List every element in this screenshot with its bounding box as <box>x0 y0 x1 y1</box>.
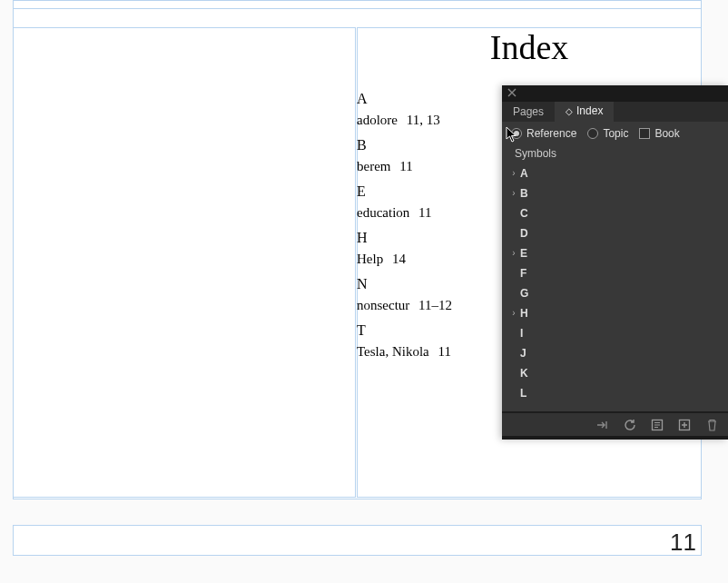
letter-label: L <box>520 387 526 400</box>
page-number: 11 <box>670 529 696 557</box>
index-section-letter: H <box>357 230 502 246</box>
mode-row: Reference Topic Book <box>502 122 728 143</box>
index-entry-pages: 11 <box>399 159 412 173</box>
letter-row-a[interactable]: ›A <box>502 163 728 183</box>
letter-label: E <box>520 247 527 260</box>
goto-icon[interactable] <box>595 418 610 432</box>
index-entry-term: adolore <box>357 113 398 127</box>
index-section-letter: A <box>357 91 502 107</box>
index-entry-pages: 14 <box>392 252 406 266</box>
new-entry-icon[interactable] <box>677 418 692 432</box>
index-entry: education 11 <box>357 205 502 221</box>
letter-label: G <box>520 287 528 300</box>
index-panel[interactable]: Pages ◇Index Reference Topic Book Symbol… <box>502 85 728 440</box>
letter-label: C <box>520 207 528 220</box>
index-entry-pages: 11–12 <box>418 298 452 312</box>
index-body: Aadolore 11, 13Bberem 11Eeducation 11HHe… <box>357 91 502 360</box>
symbols-label: Symbols <box>502 143 728 162</box>
index-entry: nonsectur 11–12 <box>357 298 502 313</box>
bottom-bar <box>13 525 702 556</box>
letter-row-g[interactable]: G <box>502 283 728 303</box>
index-entry-pages: 11 <box>438 344 451 359</box>
index-entry-term: Help <box>357 252 383 266</box>
radio-topic-label: Topic <box>603 127 628 140</box>
letter-row-i[interactable]: I <box>502 323 728 343</box>
letter-row-h[interactable]: ›H <box>502 303 728 323</box>
letter-label: K <box>520 367 528 380</box>
index-section-letter: N <box>357 276 502 292</box>
generate-index-icon[interactable] <box>650 418 664 432</box>
panel-tabs: Pages ◇Index <box>502 102 728 122</box>
index-section-letter: E <box>357 183 502 200</box>
chevron-right-icon: › <box>509 308 518 318</box>
letter-row-c[interactable]: C <box>502 203 728 223</box>
radio-topic[interactable]: Topic <box>587 127 628 140</box>
letter-label: B <box>520 187 528 200</box>
index-section-letter: B <box>357 137 502 153</box>
index-entry-term: nonsectur <box>357 298 409 312</box>
index-entry: adolore 11, 13 <box>357 113 502 128</box>
panel-titlebar[interactable] <box>502 85 728 102</box>
panel-footer <box>502 412 728 436</box>
tab-pages[interactable]: Pages <box>502 102 555 122</box>
index-section-letter: T <box>357 322 502 339</box>
index-entry-term: education <box>357 205 409 220</box>
index-entry-pages: 11 <box>418 205 431 220</box>
letter-label: F <box>520 267 526 280</box>
checkbox-book-label: Book <box>654 127 679 140</box>
diamond-icon: ◇ <box>566 106 573 116</box>
radio-dot-icon <box>511 128 522 139</box>
letter-row-b[interactable]: ›B <box>502 183 728 203</box>
canvas: Index Aadolore 11, 13Bberem 11Eeducation… <box>0 0 728 583</box>
index-entry: Tesla, Nikola 11 <box>357 344 502 360</box>
letter-row-l[interactable]: L <box>502 383 728 403</box>
letter-label: D <box>520 227 528 240</box>
chevron-right-icon: › <box>509 248 518 258</box>
chevron-right-icon: › <box>509 188 518 198</box>
tab-index-label: Index <box>576 104 603 117</box>
index-entry: Help 14 <box>357 252 502 267</box>
letter-row-k[interactable]: K <box>502 363 728 383</box>
spread-top-rule <box>13 8 702 9</box>
radio-reference[interactable]: Reference <box>511 127 576 140</box>
trash-icon[interactable] <box>704 418 719 432</box>
chevron-right-icon: › <box>509 168 518 178</box>
radio-reference-label: Reference <box>526 127 576 140</box>
letters-list[interactable]: ›A›BCD›EFG›HIJKL <box>502 162 728 408</box>
panel-bottom-edge <box>502 436 728 440</box>
index-title: Index <box>357 27 702 67</box>
index-entry-term: berem <box>357 159 390 173</box>
close-icon[interactable] <box>507 88 516 97</box>
index-entry: berem 11 <box>357 159 502 174</box>
letter-row-e[interactable]: ›E <box>502 243 728 263</box>
checkbox-icon <box>639 128 650 139</box>
letter-label: H <box>520 307 528 320</box>
index-entry-pages: 11, 13 <box>407 113 440 127</box>
checkbox-book[interactable]: Book <box>639 127 679 140</box>
letter-row-f[interactable]: F <box>502 263 728 283</box>
tab-index[interactable]: ◇Index <box>555 101 614 122</box>
letter-label: A <box>520 167 528 180</box>
letter-row-d[interactable]: D <box>502 223 728 243</box>
letter-row-j[interactable]: J <box>502 343 728 363</box>
letter-label: I <box>520 327 523 340</box>
page-left-frame <box>13 27 356 498</box>
letter-label: J <box>520 347 526 360</box>
refresh-icon[interactable] <box>623 418 637 432</box>
radio-dot-icon <box>587 128 598 139</box>
index-entry-term: Tesla, Nikola <box>357 344 429 359</box>
